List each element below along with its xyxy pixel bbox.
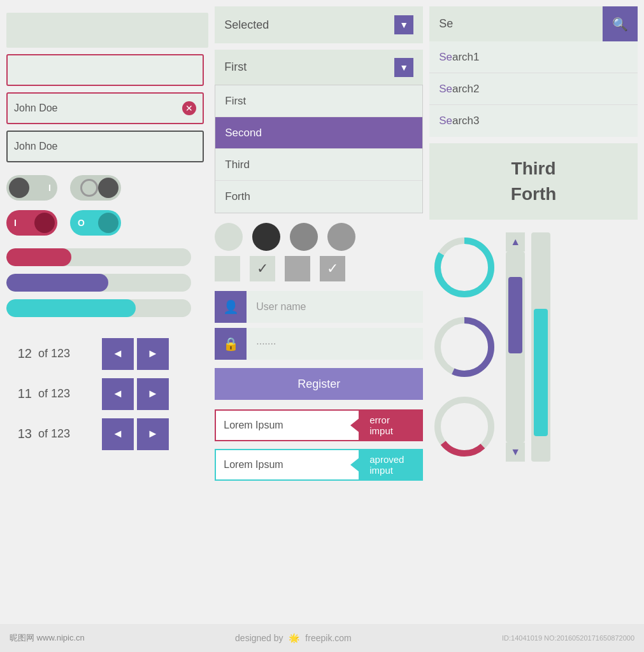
input-with-clear[interactable]: John Doe ✕ (6, 92, 204, 124)
dropdown-first-label: First (224, 60, 247, 74)
page-prev-2[interactable]: ◄ (102, 378, 134, 410)
pagination-row-3: 13 of 123 ◄ ► (6, 416, 208, 451)
toggle-circle-off[interactable] (70, 175, 121, 201)
lock-icon: 🔒 (215, 328, 247, 360)
progress-fill-purple (6, 274, 108, 292)
approved-input[interactable] (215, 449, 360, 481)
page-next-1[interactable]: ► (137, 338, 169, 370)
top-grey-bar (6, 13, 208, 48)
circles-scrollbars: ▲ ▼ (429, 232, 638, 462)
page-next-3[interactable]: ► (137, 418, 169, 450)
dropdown-selected[interactable]: Selected ▼ (215, 6, 423, 43)
clear-icon[interactable]: ✕ (182, 101, 196, 115)
radio-empty[interactable] (215, 223, 243, 251)
checkbox-filled[interactable] (285, 256, 310, 281)
circle-purple-partial (429, 312, 499, 382)
page-number-3: 13 (6, 427, 32, 441)
pagination-row-2: 11 of 123 ◄ ► (6, 376, 208, 411)
username-placeholder: User name (247, 301, 315, 313)
input-feedback-section: error imput aproved imput (215, 409, 423, 481)
progress-track-teal (6, 299, 191, 317)
checkbox-checked-dark[interactable]: ✓ (250, 256, 275, 281)
scrollbar-track-purple (506, 252, 525, 443)
page-buttons-3: ◄ ► (102, 418, 169, 450)
toggle-off-1[interactable]: I (6, 175, 57, 201)
search-results: Search1 Search2 Search3 (429, 41, 638, 137)
search-input[interactable] (429, 17, 603, 31)
toggle-label-on: I (14, 218, 17, 228)
page-of-1: of 123 (38, 347, 96, 360)
page-of-2: of 123 (38, 387, 96, 400)
dropdown-item-second[interactable]: Second (215, 117, 422, 149)
approved-label: aproved imput (360, 449, 423, 481)
search-result-1[interactable]: Search1 (429, 41, 638, 73)
circle-pink-small (429, 392, 499, 462)
toggle-group-2: O (70, 175, 121, 236)
scroll-down-btn[interactable]: ▼ (506, 443, 525, 462)
error-input[interactable] (215, 409, 360, 441)
search-button[interactable]: 🔍 (603, 6, 638, 41)
page-prev-3[interactable]: ◄ (102, 418, 134, 450)
forth-label: Forth (511, 184, 557, 204)
dropdown-item-third[interactable]: Third (215, 149, 422, 181)
radio-dark-grey[interactable] (327, 223, 355, 251)
user-icon: 👤 (215, 291, 247, 323)
toggle-knob-on (34, 213, 55, 233)
checkboxes-row: ✓ ✓ (215, 256, 423, 281)
empty-input-pink[interactable] (6, 54, 204, 86)
dropdown-first-row[interactable]: First ▼ (215, 50, 423, 85)
progress-section (6, 248, 208, 317)
search-section: 🔍 Search1 Search2 Search3 (429, 6, 638, 137)
designed-by: designed by 🌟 freepik.com (235, 633, 352, 643)
scrollbar-teal (531, 232, 550, 462)
dropdown-item-first[interactable]: First (215, 85, 422, 117)
error-label: error imput (360, 409, 423, 441)
pagination-section: 12 of 123 ◄ ► 11 of 123 ◄ ► 13 of 123 (6, 336, 208, 451)
pagination-row-1: 12 of 123 ◄ ► (6, 336, 208, 371)
checkbox-filled-checked[interactable]: ✓ (320, 256, 345, 281)
third-label: Third (512, 159, 556, 179)
input-value: John Doe (14, 103, 58, 114)
page-buttons-1: ◄ ► (102, 338, 169, 370)
watermark: 昵图网 www.nipic.cn (10, 632, 85, 644)
third-forth-block: Third Forth (429, 143, 638, 220)
page-next-2[interactable]: ► (137, 378, 169, 410)
page-number-2: 11 (6, 386, 32, 401)
radios-row (215, 223, 423, 251)
page-number-1: 12 (6, 346, 32, 361)
search-result-3[interactable]: Search3 (429, 105, 638, 137)
toggles-section: I I O (6, 175, 208, 236)
password-field: 🔒 ······· (215, 328, 423, 360)
toggle-circle-knob-right (98, 178, 118, 198)
toggle-circle-on[interactable]: O (70, 210, 121, 236)
checkbox-empty[interactable] (215, 256, 240, 281)
page-prev-1[interactable]: ◄ (102, 338, 134, 370)
toggle-on-pink[interactable]: I (6, 210, 57, 236)
scroll-up-btn[interactable]: ▲ (506, 232, 525, 252)
scroll-thumb-purple[interactable] (508, 277, 522, 353)
progress-fill-pink (6, 248, 71, 266)
page-buttons-2: ◄ ► (102, 378, 169, 410)
dropdown-arrow-1: ▼ (394, 15, 413, 34)
toggle-circle-knob-on (98, 213, 118, 233)
footer-id: ID:14041019 NO:20160520171650872000 (502, 634, 634, 642)
input-dark[interactable]: John Doe (6, 131, 204, 162)
toggle-knob (9, 178, 29, 198)
approved-row: aproved imput (215, 449, 423, 481)
search-result-2[interactable]: Search2 (429, 73, 638, 105)
radio-black[interactable] (252, 223, 280, 251)
toggle-group-1: I I (6, 175, 57, 236)
error-row: error imput (215, 409, 423, 441)
toggle-circle-knob-off (80, 179, 98, 197)
scrollbar-purple: ▲ ▼ (506, 232, 525, 462)
scroll-thumb-teal[interactable] (534, 309, 548, 436)
footer: 昵图网 www.nipic.cn designed by 🌟 freepik.c… (0, 624, 644, 652)
checks-section: ✓ ✓ (215, 223, 423, 281)
circles-column (429, 232, 499, 462)
register-button[interactable]: Register (215, 368, 423, 400)
radio-grey[interactable] (290, 223, 318, 251)
dropdown-arrow-2: ▼ (394, 58, 413, 77)
toggle-label: I (48, 183, 51, 193)
progress-fill-teal (6, 299, 136, 317)
dropdown-item-forth[interactable]: Forth (215, 181, 422, 213)
